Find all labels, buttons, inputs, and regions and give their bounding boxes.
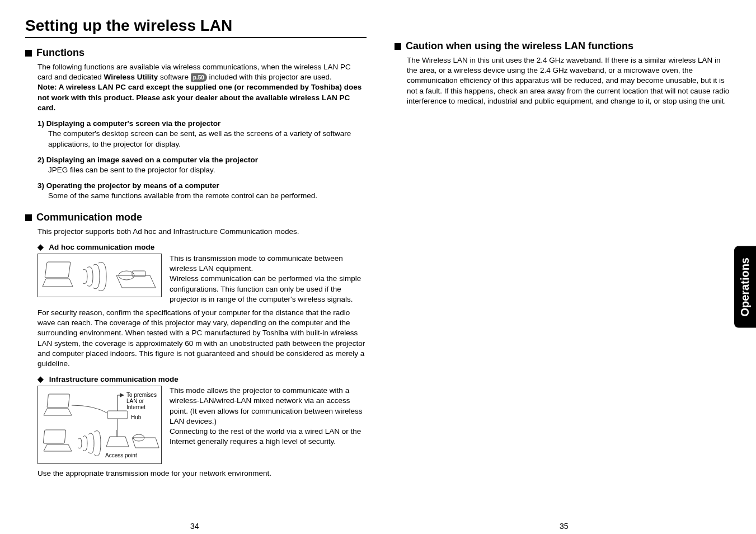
section-caution-header: Caution when using the wireless LAN func… xyxy=(395,40,730,52)
item3-title: Operating the projector by means of a co… xyxy=(46,181,219,190)
commmode-intro: This projector supports both Ad hoc and … xyxy=(37,227,367,237)
square-bullet-icon xyxy=(25,214,32,221)
svg-rect-3 xyxy=(47,394,70,407)
adhoc-title: Ad hoc communication mode xyxy=(49,243,154,251)
svg-rect-4 xyxy=(43,430,66,443)
square-bullet-icon xyxy=(395,43,401,50)
wireless-utility-bold: Wireless Utility xyxy=(104,73,158,81)
functions-intro: The following functions are available vi… xyxy=(37,62,367,113)
infra-block: To premises LAN or Internet Hub Access p… xyxy=(37,386,367,464)
infra-header: Infrastructure communication mode xyxy=(37,374,367,383)
infra-illustration: To premises LAN or Internet Hub Access p… xyxy=(37,386,162,464)
item1-title: Displaying a computer's screen via the p… xyxy=(46,119,221,128)
adhoc-header: Ad hoc communication mode xyxy=(37,242,367,251)
section-commmode-header: Communication mode xyxy=(25,212,367,223)
function-item-2: 2) Displaying an image saved on a comput… xyxy=(37,155,367,175)
item3-num: 3) xyxy=(37,181,44,190)
page-number-right: 35 xyxy=(560,522,569,531)
page-ref-badge: p.50 xyxy=(191,73,207,82)
section-commmode-title: Communication mode xyxy=(36,212,142,223)
square-bullet-icon xyxy=(25,50,32,57)
functions-note: Note: A wireless LAN PC card except the … xyxy=(37,83,361,111)
item2-title: Displaying an image saved on a computer … xyxy=(46,156,258,164)
intro-after1: software xyxy=(158,73,191,81)
caution-body: The Wireless LAN in this unit uses the 2… xyxy=(407,55,730,106)
page-title: Setting up the wireless LAN xyxy=(25,17,367,38)
adhoc-block: This is transmission mode to communicate… xyxy=(37,254,367,305)
section-caution-title: Caution when using the wireless LAN func… xyxy=(406,40,633,52)
adhoc-illustration xyxy=(37,254,162,297)
infra-label-premises: To premises LAN or Internet xyxy=(126,392,157,410)
infra-right-text: This mode allows the projector to commun… xyxy=(170,386,367,447)
function-item-3: 3) Operating the projector by means of a… xyxy=(37,181,367,201)
infra-below-text: Use the appropriate transmission mode fo… xyxy=(37,469,367,479)
intro-after2: included with this projector are used. xyxy=(207,73,332,81)
infra-label-hub: Hub xyxy=(131,414,141,420)
item1-desc: The computer's desktop screen can be sen… xyxy=(48,129,367,149)
section-functions-title: Functions xyxy=(36,47,84,59)
item2-num: 2) xyxy=(37,156,44,164)
section-functions-header: Functions xyxy=(25,47,367,59)
page-number-left: 34 xyxy=(190,522,199,531)
adhoc-right-text: This is transmission mode to communicate… xyxy=(170,254,367,305)
infra-title: Infrastructure communication mode xyxy=(49,375,179,383)
infra-label-ap: Access point xyxy=(105,452,137,458)
svg-rect-5 xyxy=(107,411,128,419)
item1-num: 1) xyxy=(37,119,44,128)
adhoc-diagram-icon xyxy=(38,254,162,298)
item2-desc: JPEG files can be sent to the projector … xyxy=(48,165,367,175)
side-tab-operations: Operations xyxy=(734,246,756,328)
item3-desc: Some of the same functions available fro… xyxy=(48,191,367,201)
adhoc-below-text: For security reason, confirm the specifi… xyxy=(37,308,367,369)
function-item-1: 1) Displaying a computer's screen via th… xyxy=(37,119,367,149)
svg-rect-0 xyxy=(45,262,71,278)
